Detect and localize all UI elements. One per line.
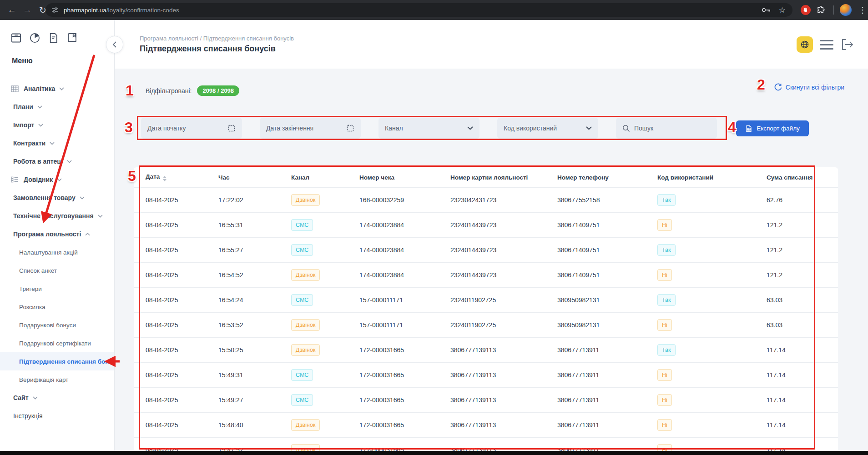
sidebar-item-замовлення-товару[interactable]: Замовлення товару — [0, 189, 114, 207]
sidebar-collapse-button[interactable] — [106, 36, 123, 53]
cell-код-використаний: Так — [657, 244, 767, 256]
chevron-down-icon — [38, 124, 43, 127]
cell-сума-списання: 121.2 — [767, 246, 838, 254]
sidebar-item-розсилка[interactable]: Розсилка — [0, 298, 114, 316]
sidebar-item-подарункові-сертифікати[interactable]: Подарункові сертифікати — [0, 334, 114, 352]
chevron-down-icon — [80, 196, 85, 200]
filtered-count-badge: 2098 / 2098 — [197, 85, 239, 96]
logout-icon[interactable] — [840, 38, 854, 51]
hamburger-menu-icon[interactable] — [820, 40, 833, 50]
cell-номер-телефону: 380677713911 — [557, 421, 657, 429]
cell-код-використаний: Ні — [657, 269, 767, 281]
sidebar-item-довідник[interactable]: Довідник — [0, 170, 114, 189]
sidebar-item-label: Подарункові бонуси — [19, 322, 76, 329]
language-globe-button[interactable] — [797, 36, 813, 53]
site-info-icon[interactable] — [51, 6, 59, 14]
sidebar-item-плани[interactable]: Плани — [0, 98, 114, 116]
browser-menu-icon[interactable]: ⋮ — [857, 3, 868, 17]
sidebar-item-аналітика[interactable]: Аналітика — [0, 80, 114, 98]
cell-номер-телефону: 380677713911 — [557, 396, 657, 404]
cell-номер-чека: 172-000031665 — [359, 446, 450, 451]
sidebar-item-тригери[interactable]: Тригери — [0, 280, 114, 298]
filter-search[interactable]: Пошук — [616, 118, 717, 139]
sidebar: Меню АналітикаПланиІмпортКонтрактиРобота… — [0, 20, 115, 451]
reset-filters-link[interactable]: Скинути всі фільтри — [774, 83, 844, 91]
archive-icon[interactable] — [10, 32, 22, 44]
cell-канал: СМС — [291, 394, 359, 406]
sort-icon[interactable] — [163, 176, 167, 181]
table-row[interactable]: 08-04-202515:49:31СМС172-000031665380677… — [134, 362, 838, 387]
table-row[interactable]: 08-04-202516:55:31СМС174-000023884232401… — [134, 212, 838, 237]
export-file-button[interactable]: Експорт файлу — [736, 120, 809, 136]
cell-сума-списання: 121.2 — [767, 271, 838, 279]
cell-дата: 08-04-2025 — [146, 321, 218, 329]
cell-номер-картки-лояльності: 2323042431723 — [450, 196, 557, 204]
cell-час: 16:55:27 — [218, 246, 291, 254]
sidebar-item-верифікація-карт[interactable]: Верифікація карт — [0, 370, 114, 389]
address-bar[interactable]: pharmapoint.ua/loyalty/confirmation-code… — [45, 3, 792, 17]
sidebar-item-програма-лояльності[interactable]: Програма лояльності — [0, 225, 114, 243]
column-header-дата[interactable]: Дата — [146, 173, 218, 181]
table-row[interactable]: 08-04-202515:50:25Дзвінок172-00003166538… — [134, 337, 838, 362]
book-icon[interactable] — [66, 32, 78, 44]
channel-badge: Дзвінок — [291, 319, 320, 331]
table-row[interactable]: 08-04-202516:53:52Дзвінок157-00001117123… — [134, 312, 838, 337]
menu-title: Меню — [12, 57, 114, 65]
sidebar-item-підтвердження-списання-бон[interactable]: Підтвердження списання бон... — [0, 352, 114, 370]
bookmark-star-icon[interactable]: ☆ — [779, 6, 786, 14]
sidebar-item-сайт[interactable]: Сайт — [0, 389, 114, 407]
cell-сума-списання: 117.14 — [767, 396, 838, 404]
table-row[interactable]: 08-04-202516:54:52Дзвінок174-00002388423… — [134, 262, 838, 287]
adblock-extension-icon[interactable] — [801, 5, 811, 15]
browser-forward-icon[interactable]: → — [20, 3, 35, 17]
channel-badge: Дзвінок — [291, 269, 320, 281]
chevron-down-icon — [467, 126, 473, 130]
code-used-badge: Так — [657, 244, 676, 256]
cell-час: 15:49:31 — [218, 371, 291, 379]
browser-back-icon[interactable]: ← — [5, 3, 19, 17]
cell-код-використаний: Ні — [657, 219, 767, 231]
sidebar-item-подарункові-бонуси[interactable]: Подарункові бонуси — [0, 316, 114, 334]
table-row[interactable]: 08-04-202516:55:27СМС174-000023884232401… — [134, 237, 838, 262]
table-row[interactable]: 08-04-202515:48:40Дзвінок172-00003166538… — [134, 412, 838, 437]
code-used-badge: Ні — [657, 394, 672, 406]
filter-date-end[interactable]: Дата закінчення — [260, 118, 361, 139]
filter-code-used[interactable]: Код використаний — [497, 118, 598, 139]
search-icon — [622, 125, 630, 132]
chevron-down-icon — [33, 396, 38, 400]
sidebar-item-налаштування-акцій[interactable]: Налаштування акцій — [0, 243, 114, 261]
code-used-badge: Ні — [657, 444, 672, 451]
table-row[interactable]: 08-04-202516:54:24СМС157-000011171232401… — [134, 287, 838, 312]
table-row[interactable]: 08-04-202515:49:27СМС172-000031665380677… — [134, 387, 838, 412]
cell-сума-списання: 121.2 — [767, 221, 838, 229]
sidebar-item-інструкція[interactable]: Інструкція — [0, 407, 114, 425]
password-key-icon[interactable] — [762, 7, 771, 13]
table-row[interactable]: 08-04-202517:22:02Дзвінок168-00003225923… — [134, 187, 838, 212]
sidebar-item-label: Подарункові сертифікати — [19, 340, 91, 347]
sidebar-item-label: Верифікація карт — [19, 376, 68, 383]
sidebar-item-імпорт[interactable]: Імпорт — [0, 116, 114, 134]
cell-номер-картки-лояльності: 3806777139113 — [450, 446, 557, 451]
filter-placeholder: Пошук — [634, 125, 711, 132]
sidebar-item-технічне-обслуговування[interactable]: Технічне обслуговування — [0, 207, 114, 225]
browser-profile-avatar[interactable] — [840, 4, 852, 16]
filter-channel[interactable]: Канал — [378, 118, 479, 139]
sidebar-item-label: Плани — [13, 103, 33, 110]
cell-номер-картки-лояльності: 3806777139113 — [450, 346, 557, 354]
extensions-puzzle-icon[interactable] — [816, 5, 825, 15]
cell-код-використаний: Так — [657, 344, 767, 356]
cell-час: 17:22:02 — [218, 196, 291, 204]
column-header-час: Час — [218, 174, 291, 181]
chevron-down-icon — [37, 105, 42, 109]
cell-номер-чека: 157-000011171 — [359, 296, 450, 304]
table-row[interactable]: 08-04-202515:47:52Дзвінок172-00003166538… — [134, 437, 838, 451]
document-icon[interactable] — [47, 32, 60, 44]
filter-date-start[interactable]: Дата початку — [141, 118, 242, 139]
sidebar-item-робота-в-аптеці[interactable]: Робота в аптеці — [0, 152, 114, 170]
cell-час: 15:47:52 — [218, 446, 291, 451]
code-used-badge: Так — [657, 194, 676, 206]
sidebar-item-контракти[interactable]: Контракти — [0, 134, 114, 152]
sidebar-item-список-анкет[interactable]: Список анкет — [0, 261, 114, 280]
content: Відфільтровані: 2098 / 2098 Скинути всі … — [115, 69, 868, 451]
pie-chart-icon[interactable] — [29, 32, 41, 44]
